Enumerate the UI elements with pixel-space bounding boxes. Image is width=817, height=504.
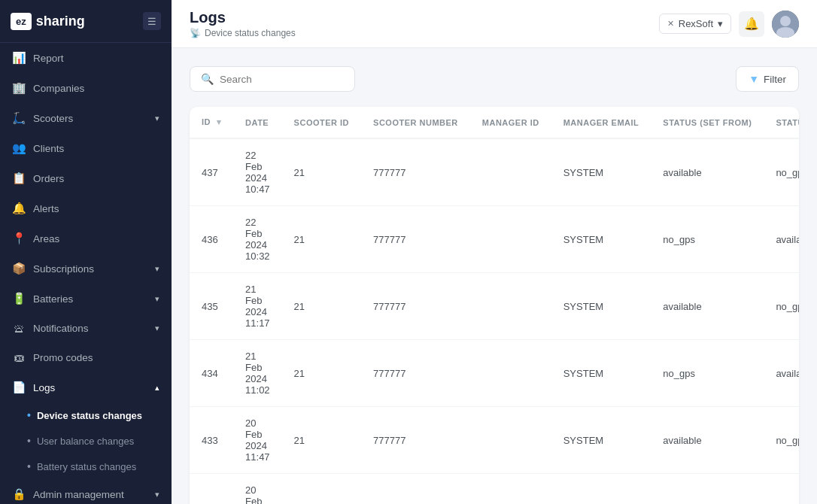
sidebar-item-label: Promo codes [33, 352, 93, 363]
cell-manager-email: SYSTEM [551, 474, 651, 505]
chevron-up-icon: ▴ [155, 383, 159, 393]
notifications-button[interactable]: 🔔 [739, 11, 764, 37]
table-body: 437 22 Feb 2024 10:47 21 777777 SYSTEM a… [190, 138, 799, 504]
table-row: 433 20 Feb 2024 11:47 21 777777 SYSTEM a… [190, 407, 799, 474]
sidebar-item-subscriptions[interactable]: 📦 Subscriptions ▾ [0, 254, 172, 284]
sidebar-item-batteries[interactable]: 🔋 Batteries ▾ [0, 284, 172, 314]
chevron-down-icon: ▾ [155, 323, 159, 333]
company-badge[interactable]: ✕ RexSoft ▾ [659, 14, 731, 34]
search-box[interactable]: 🔍 [190, 66, 355, 92]
sidebar-item-label: Alerts [33, 203, 59, 214]
sidebar-item-logs[interactable]: 📄 Logs ▴ [0, 372, 172, 402]
cell-status-from: available [651, 273, 764, 340]
filter-button[interactable]: ▼ Filter [736, 66, 799, 92]
orders-icon: 📋 [12, 172, 26, 185]
sidebar-item-notifications[interactable]: 🛎 Notifications ▾ [0, 314, 172, 343]
content-area: 🔍 ▼ Filter ID ▾ DATE SCOOTER ID SCOOTER … [172, 48, 817, 504]
col-status-from: STATUS (SET FROM) [651, 107, 764, 138]
cell-manager-id [470, 474, 551, 505]
company-name: RexSoft [679, 18, 713, 29]
chevron-down-icon: ▾ [155, 490, 159, 499]
cell-date: 20 Feb 2024 11:32 [233, 474, 282, 505]
logs-icon: 📄 [12, 381, 26, 394]
sub-item-label: Device status changes [37, 410, 142, 421]
cell-scooter-number: 777777 [361, 407, 470, 474]
sidebar-item-scooters[interactable]: 🛴 Scooters ▾ [0, 103, 172, 133]
cell-date: 22 Feb 2024 10:47 [233, 138, 282, 206]
sidebar-item-promo-codes[interactable]: 🎟 Promo codes [0, 343, 172, 372]
sidebar-subitem-device-status-changes[interactable]: Device status changes [0, 402, 172, 428]
sidebar-item-report[interactable]: 📊 Report [0, 43, 172, 73]
sidebar-subitem-user-balance-changes[interactable]: User balance changes [0, 428, 172, 454]
companies-icon: 🏢 [12, 81, 26, 95]
areas-icon: 📍 [12, 232, 26, 245]
cell-id: 437 [190, 138, 233, 206]
sidebar-item-admin-management[interactable]: 🔒 Admin management ▾ [0, 479, 172, 504]
logo-text: sharing [36, 14, 85, 29]
sub-item-label: Battery status changes [37, 461, 136, 472]
sort-icon: ▾ [217, 117, 222, 126]
cell-scooter-id: 21 [282, 206, 361, 273]
breadcrumb: 📡 Device status changes [190, 28, 296, 38]
cell-status-to: available [764, 206, 799, 273]
table-row: 436 22 Feb 2024 10:32 21 777777 SYSTEM n… [190, 206, 799, 273]
page-title: Logs [190, 9, 296, 26]
logs-table: ID ▾ DATE SCOOTER ID SCOOTER NUMBER MANA… [190, 107, 799, 504]
cell-id: 436 [190, 206, 233, 273]
cell-status-to: no_gps [764, 407, 799, 474]
admin-management-icon: 🔒 [12, 487, 26, 501]
sidebar: ez sharing ☰ 📊 Report 🏢 Companies 🛴 Scoo… [0, 0, 172, 504]
cell-manager-id [470, 206, 551, 273]
col-manager-email: MANAGER EMAIL [551, 107, 651, 138]
toolbar: 🔍 ▼ Filter [190, 66, 799, 92]
close-icon[interactable]: ✕ [667, 19, 674, 29]
sidebar-item-alerts[interactable]: 🔔 Alerts [0, 193, 172, 223]
sidebar-toggle-button[interactable]: ☰ [143, 12, 161, 30]
cell-scooter-id: 21 [282, 474, 361, 505]
sidebar-item-label: Batteries [33, 293, 73, 305]
header-right: ✕ RexSoft ▾ 🔔 [659, 11, 799, 38]
scooters-icon: 🛴 [12, 111, 26, 125]
search-icon: 🔍 [201, 73, 214, 85]
col-manager-id: MANAGER ID [470, 107, 551, 138]
sidebar-item-label: Subscriptions [33, 263, 94, 275]
sidebar-item-clients[interactable]: 👥 Clients [0, 133, 172, 163]
avatar-image [772, 11, 799, 38]
filter-icon: ▼ [749, 73, 759, 85]
cell-manager-id [470, 340, 551, 407]
cell-date: 21 Feb 2024 11:02 [233, 340, 282, 407]
header-left: Logs 📡 Device status changes [190, 9, 296, 38]
cell-status-to: available [764, 474, 799, 505]
cell-status-from: no_gps [651, 474, 764, 505]
cell-id: 435 [190, 273, 233, 340]
report-icon: 📊 [12, 51, 26, 65]
cell-id: 432 [190, 474, 233, 505]
cell-status-from: no_gps [651, 206, 764, 273]
sidebar-item-label: Clients [33, 143, 64, 154]
cell-status-from: available [651, 138, 764, 206]
sidebar-logo: ez sharing ☰ [0, 0, 172, 43]
batteries-icon: 🔋 [12, 292, 26, 305]
search-input[interactable] [220, 74, 344, 85]
col-id[interactable]: ID ▾ [190, 107, 233, 138]
logs-table-wrapper: ID ▾ DATE SCOOTER ID SCOOTER NUMBER MANA… [190, 107, 799, 504]
subscriptions-icon: 📦 [12, 262, 26, 275]
col-status-to: STATUS (SET TO) [764, 107, 799, 138]
promo-codes-icon: 🎟 [12, 351, 26, 364]
cell-date: 20 Feb 2024 11:47 [233, 407, 282, 474]
sidebar-item-label: Report [33, 53, 64, 64]
sidebar-item-label: Notifications [33, 323, 89, 334]
cell-manager-email: SYSTEM [551, 273, 651, 340]
sidebar-subitem-battery-status-changes[interactable]: Battery status changes [0, 454, 172, 479]
cell-date: 21 Feb 2024 11:17 [233, 273, 282, 340]
filter-label: Filter [764, 74, 786, 85]
sidebar-item-orders[interactable]: 📋 Orders [0, 163, 172, 193]
bell-icon: 🔔 [744, 17, 759, 31]
sidebar-nav: 📊 Report 🏢 Companies 🛴 Scooters ▾ 👥 Clie… [0, 43, 172, 504]
cell-manager-email: SYSTEM [551, 407, 651, 474]
sidebar-item-areas[interactable]: 📍 Areas [0, 223, 172, 254]
sidebar-item-companies[interactable]: 🏢 Companies [0, 73, 172, 103]
sidebar-item-label: Logs [33, 382, 55, 393]
cell-status-to: no_gps [764, 138, 799, 206]
chevron-down-icon: ▾ [718, 18, 723, 29]
